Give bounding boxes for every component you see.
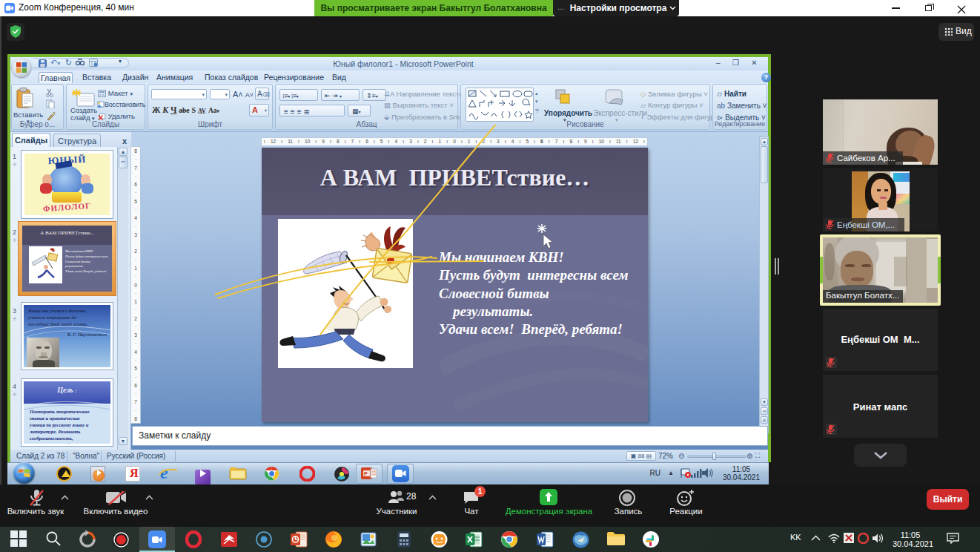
svg-text:P: P	[364, 471, 368, 476]
